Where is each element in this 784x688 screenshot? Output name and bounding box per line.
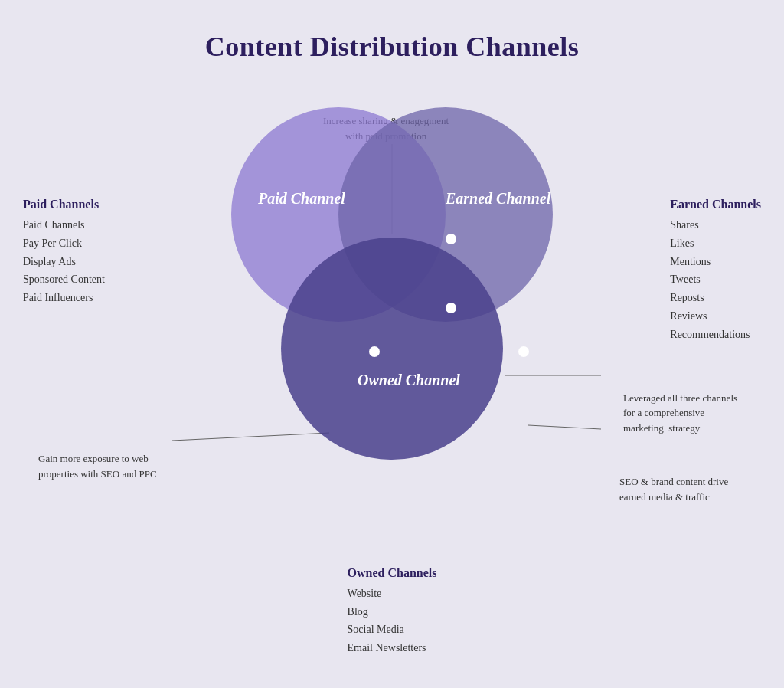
intersection-dot-top (446, 234, 456, 244)
list-item: Likes (670, 234, 761, 253)
list-item: Pay Per Click (23, 234, 105, 253)
list-item: Paid Channels (23, 216, 105, 234)
page-title: Content Distribution Channels (0, 0, 784, 63)
list-item: Mentions (670, 253, 761, 271)
paid-channels-section: Paid Channels Paid Channels Pay Per Clic… (23, 198, 105, 307)
list-item: Email Newsletters (348, 639, 437, 657)
list-item: Tweets (670, 270, 761, 289)
list-item: Reposts (670, 289, 761, 307)
venn-diagram: Paid Channel Earned Channel Owned Channe… (216, 107, 568, 490)
owned-channels-list: Website Blog Social Media Email Newslett… (348, 585, 437, 657)
owned-circle (281, 238, 503, 460)
list-item: Paid Influencers (23, 289, 105, 307)
list-item: Display Ads (23, 253, 105, 271)
intersection-dot-left (369, 346, 380, 357)
bottom-right-annotation-2: SEO & brand content driveearned media & … (619, 474, 761, 504)
paid-channels-list: Paid Channels Pay Per Click Display Ads … (23, 216, 105, 307)
earned-channels-list: Shares Likes Mentions Tweets Reposts Rev… (670, 216, 761, 344)
list-item: Sponsored Content (23, 270, 105, 289)
owned-channels-section: Owned Channels Website Blog Social Media… (348, 566, 437, 657)
list-item: Recommendations (670, 326, 761, 344)
list-item: Reviews (670, 307, 761, 326)
intersection-dot-right (518, 346, 529, 357)
bottom-right-annotation-1: Leveraged all three channelsfor a compre… (623, 391, 761, 436)
list-item: Social Media (348, 621, 437, 639)
list-item: Shares (670, 216, 761, 234)
earned-channels-section: Earned Channels Shares Likes Mentions Tw… (670, 198, 761, 344)
list-item: Blog (348, 603, 437, 621)
paid-channels-heading: Paid Channels (23, 198, 105, 211)
intersection-dot-center (446, 303, 456, 313)
owned-channels-heading: Owned Channels (348, 566, 437, 580)
earned-channels-heading: Earned Channels (670, 198, 761, 211)
bottom-left-annotation: Gain more exposure to webproperties with… (38, 451, 161, 481)
list-item: Website (348, 585, 437, 603)
